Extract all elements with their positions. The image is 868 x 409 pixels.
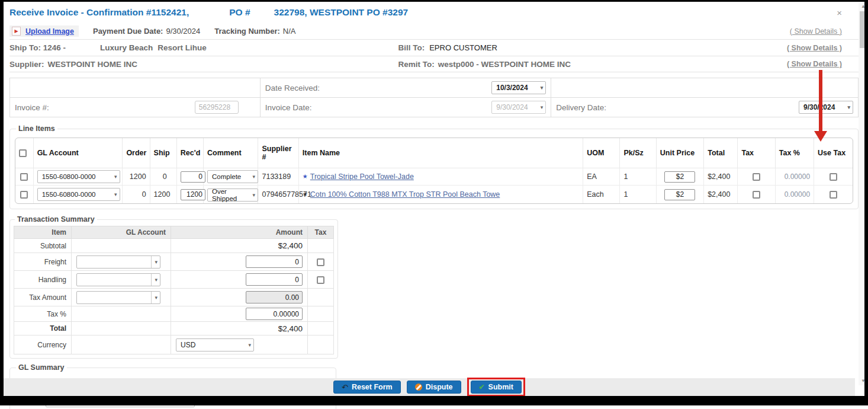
invoice-date-cell: Invoice Date: 9/30/2024 ▾: [261, 98, 552, 117]
row-select-checkbox[interactable]: [20, 191, 28, 199]
tracking-number-value: N/A: [283, 27, 296, 36]
tracking-number-label: Tracking Number:: [214, 27, 280, 36]
handling-row: Handling ▾: [14, 271, 334, 289]
upload-image-link[interactable]: Upload Image: [25, 27, 74, 36]
show-details-link-supplier[interactable]: ( Show Details ): [787, 60, 842, 68]
invoice-number-input[interactable]: [195, 101, 239, 114]
currency-select[interactable]: USD▾: [176, 338, 254, 352]
footer-bar: ↶ Reset Form Dispute ✔ Submit: [4, 378, 855, 396]
invoice-number-label: Invoice #:: [15, 103, 49, 112]
transaction-summary-fieldset: Transaction Summary Item GL Account Amou…: [9, 215, 338, 359]
line-items-table: GL Account Order Ship Rec'd Comment Supp…: [15, 138, 853, 203]
use-tax-checkbox[interactable]: [830, 173, 837, 181]
unit-price-input[interactable]: [664, 189, 695, 200]
col-supplier: Supplier #: [258, 138, 298, 168]
vertical-scrollbar[interactable]: ▲ ▼: [859, 0, 868, 385]
recd-input[interactable]: [181, 189, 205, 200]
supplier-group: Supplier: WESTPOINT HOME INC: [9, 60, 398, 69]
show-details-link-header[interactable]: ( Show Details ): [790, 27, 842, 36]
invoice-date-label: Invoice Date:: [265, 103, 312, 112]
total-value: $2,400: [704, 186, 738, 204]
transaction-summary-legend: Transaction Summary: [15, 215, 97, 223]
payment-due-value: 9/30/2024: [166, 27, 200, 36]
supplier-value: WESTPOINT HOME INC: [48, 60, 138, 69]
item-name-link[interactable]: Tropical Stripe Pool Towel-Jade: [310, 172, 414, 181]
transaction-summary-table: Item GL Account Amount Tax Subtotal $2,4…: [14, 226, 334, 354]
dispute-button[interactable]: Dispute: [407, 381, 461, 394]
tax-pct-value: 0.00000: [775, 168, 814, 186]
show-details-link-shipto[interactable]: ( Show Details ): [787, 44, 842, 52]
uom-value: Each: [583, 186, 620, 204]
scroll-down-icon[interactable]: ▼: [859, 376, 868, 385]
scroll-up-icon[interactable]: ▲: [859, 2, 868, 11]
remit-to-label: Remit To:: [398, 60, 434, 69]
handling-label: Handling: [14, 271, 72, 289]
total-row: Total $2,400: [14, 322, 334, 335]
favorite-star-icon[interactable]: ★: [303, 173, 308, 180]
tax-amount-input: [246, 291, 303, 303]
handling-amount-input[interactable]: [246, 273, 303, 286]
col-pksz: Pk/Sz: [620, 138, 656, 168]
line-items-fieldset: Line Items GL Account Order Ship Rec'd: [9, 124, 859, 209]
pksz-value: 1: [620, 186, 656, 204]
scrollbar-thumb[interactable]: [860, 11, 867, 48]
invoice-number-cell: Invoice #:: [10, 98, 261, 117]
ts-col-tax: Tax: [308, 226, 334, 239]
freight-amount-input[interactable]: [246, 255, 303, 268]
chevron-down-icon: ▾: [253, 174, 256, 180]
favorite-star-icon[interactable]: ★: [303, 191, 308, 197]
delivery-date-select[interactable]: 9/30/2024 ▾: [799, 101, 853, 114]
tax-pct-input[interactable]: [246, 308, 303, 320]
handling-tax-checkbox[interactable]: [317, 276, 324, 284]
handling-gl-select[interactable]: ▾: [76, 273, 160, 286]
freight-gl-select[interactable]: ▾: [76, 255, 160, 269]
date-received-select[interactable]: 10/3/2024 ▾: [491, 81, 546, 94]
freight-tax-checkbox[interactable]: [317, 258, 324, 266]
period-row: Period: Period Ending 9/30/2024 11:59:59…: [15, 394, 331, 407]
use-tax-checkbox[interactable]: [830, 191, 837, 199]
item-name-link[interactable]: Cotn 100% Cotton T988 MTX Trop STR Pool …: [310, 190, 500, 199]
gl-account-select[interactable]: 1550-60800-0000▾: [37, 170, 120, 183]
bill-to-group: Bill To: EPRO CUSTOMER: [398, 43, 786, 52]
submit-button[interactable]: ✔ Submit: [471, 381, 522, 394]
use-tax-arrowhead-annotation: [814, 131, 827, 142]
row-select-checkbox[interactable]: [20, 173, 28, 181]
chevron-down-icon: ▾: [151, 256, 157, 268]
comment-select[interactable]: Over Shipped▾: [207, 188, 258, 202]
tax-amount-row: Tax Amount ▾: [14, 289, 334, 306]
line-items-header-row: GL Account Order Ship Rec'd Comment Supp…: [15, 138, 853, 168]
upload-image-chip[interactable]: ▶ Upload Image: [9, 25, 79, 37]
comment-select[interactable]: Complete▾: [207, 170, 258, 183]
gl-account-select[interactable]: 1550-60800-0000▾: [37, 188, 120, 201]
ship-to-name-1: Luxury Beach: [100, 43, 153, 52]
uom-value: EA: [583, 168, 620, 186]
reset-form-button[interactable]: ↶ Reset Form: [333, 381, 401, 394]
currency-row: Currency USD▾: [14, 335, 334, 354]
ts-col-gl: GL Account: [72, 226, 171, 239]
total-label: Total: [14, 322, 72, 335]
line-item-row-1: 1550-60800-0000▾ 1200 0 Complete▾ 713318…: [15, 168, 853, 186]
pksz-value: 1: [620, 168, 656, 186]
ship-to-label: Ship To: 1246 -: [9, 43, 66, 52]
col-total: Total: [704, 138, 738, 168]
close-icon[interactable]: ×: [837, 8, 842, 18]
ts-col-item: Item: [14, 226, 72, 239]
use-tax-arrow-annotation: [819, 70, 822, 132]
tax-gl-select[interactable]: ▾: [76, 291, 160, 304]
tax-pct-value: 0.00000: [775, 186, 814, 204]
undo-icon: ↶: [342, 383, 348, 392]
tax-checkbox[interactable]: [753, 191, 760, 199]
tax-checkbox[interactable]: [753, 173, 760, 181]
unit-price-input[interactable]: [664, 171, 695, 183]
col-order: Order: [123, 138, 150, 168]
col-tax: Tax: [738, 138, 775, 168]
ship-to-name-2: Resort Lihue: [157, 43, 207, 52]
grand-total-value: $2,400: [278, 324, 303, 333]
col-comment: Comment: [204, 138, 258, 168]
po-label: PO #: [229, 7, 250, 18]
recd-input[interactable]: [181, 171, 205, 183]
select-all-checkbox[interactable]: [19, 149, 27, 157]
window-header: Receive Invoice - Confirmation #1152421,…: [9, 2, 859, 23]
period-select[interactable]: Period Ending 9/30/2024 11:59:59 PM▾: [46, 394, 195, 407]
total-value: $2,400: [704, 168, 738, 186]
